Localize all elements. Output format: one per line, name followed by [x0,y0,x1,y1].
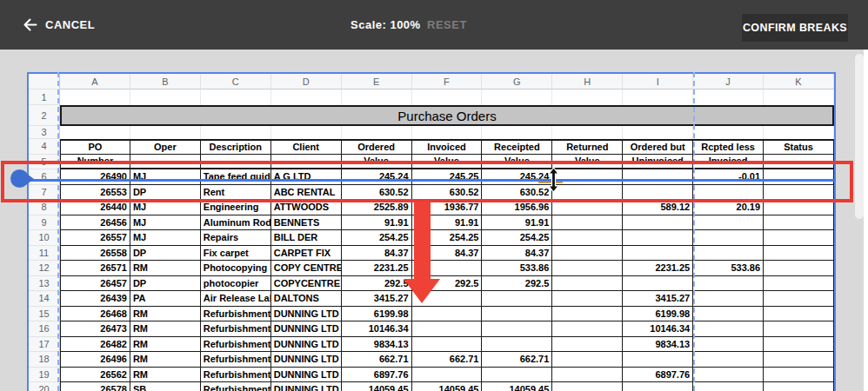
cell-K14 [764,291,834,307]
cell-C8: Engineering [201,200,271,215]
row-number: 17 [29,337,60,353]
column-header-B: B [130,74,201,89]
cell-B14: PA [130,291,201,307]
cell-D15: DUNNING LTD [271,307,342,322]
row-number: 2 [29,105,60,126]
sheet-row: 3 [29,126,834,139]
cell-B10: MJ [130,230,201,246]
column-header-I: I [623,74,693,89]
corner-cell [29,74,60,89]
cell-C11: Fix carpet [201,246,271,262]
cell-K19 [764,368,834,383]
cell-J10 [693,230,764,246]
cell-F20: 14059.45 [412,382,483,391]
cell-I11 [623,246,693,262]
cell-F19 [412,368,483,383]
cell-F17 [412,337,483,353]
row-number: 9 [29,215,60,231]
cell-G13: 292.5 [482,276,552,292]
cell-I14: 3415.27 [623,291,693,307]
cell-E17: 9834.13 [342,337,412,353]
reset-button[interactable]: RESET [427,0,467,50]
cell-I10 [623,230,693,246]
cell-K20 [764,382,834,391]
column-header-G: G [482,74,552,89]
cell-H1 [552,89,623,105]
cell-A14: 26439 [60,291,130,307]
cell-C13: photocopier [201,276,271,292]
cell-K3 [764,126,834,139]
column-header-A: A [60,74,130,89]
cell-G17 [482,337,552,353]
cell-F4: Invoiced [412,139,483,155]
cell-J4: Rcpted less [693,139,764,155]
cell-J14 [693,291,764,307]
cell-E15: 6199.98 [342,307,412,322]
cell-I20 [623,382,693,391]
cell-A4: PO [60,139,130,155]
cell-B15: RM [130,307,201,322]
cell-C14: Air Release Lab [201,291,271,307]
cell-H11 [552,246,623,262]
annotation-highlight-rectangle [1,161,853,202]
cell-J19 [693,368,764,383]
cell-A11: 26558 [60,246,130,262]
horizontal-page-break-line[interactable] [27,179,836,182]
cell-I16: 10146.34 [623,321,693,337]
cell-B4: Oper [130,139,201,155]
cell-K15 [764,307,834,322]
cell-J13 [693,276,764,292]
cell-G15 [482,307,552,322]
cell-F16 [412,321,483,337]
cell-H17 [552,337,623,353]
cell-H15 [552,307,623,322]
cell-C20: Refurbishment [201,382,271,391]
sheet-row: 1 [29,89,834,105]
cell-H9 [552,215,623,231]
cell-B13: DP [130,276,201,292]
column-header-K: K [764,74,834,89]
sheet-row: 2Purchase Orders [29,105,834,126]
cell-I18 [623,352,693,368]
cell-E8: 2525.89 [342,200,412,215]
cell-D16: DUNNING LTD [271,321,342,337]
cell-F3 [412,126,483,139]
cancel-label[interactable]: CANCEL [45,0,95,50]
sheet-row: ABCDEFGHIJK [29,74,834,89]
cell-H12 [552,261,623,276]
sheet-row: 1926562RMRefurbishmentDUNNING LTD6897.76… [29,368,834,383]
cell-F1 [412,89,483,105]
cell-G8: 1956.96 [482,200,552,215]
row-number: 19 [29,368,60,383]
cell-A15: 26468 [60,307,130,322]
annotation-arrow-shaft [414,202,431,280]
cell-E4: Ordered [342,139,412,155]
row-number: 18 [29,352,60,368]
confirm-breaks-button[interactable]: CONFIRM BREAKS [742,14,848,42]
cell-J12: 533.86 [693,261,764,276]
row-number: 1 [29,89,60,105]
cell-H19 [552,368,623,383]
sheet-row: 826440MJEngineeringATTWOODS2525.891936.7… [29,200,834,215]
column-header-F: F [412,74,483,89]
annotation-arrow-head [404,279,440,303]
cell-E16: 10146.34 [342,321,412,337]
cell-C15: Refurbishment [201,307,271,322]
cell-D10: BILL DER [271,230,342,246]
vertical-page-break-dashed-left[interactable] [57,72,59,391]
vertical-scrollbar-thumb[interactable] [855,54,864,219]
cell-H13 [552,276,623,292]
cell-D20: DUNNING LTD [271,382,342,391]
cell-J9 [693,215,764,231]
cell-I15: 6199.98 [623,307,693,322]
cell-title: Purchase Orders [60,105,834,126]
cell-G14 [482,291,552,307]
cell-E1 [342,89,412,105]
page-break-drag-handle[interactable] [10,169,29,188]
cell-H20 [552,382,623,391]
vertical-page-break-dashed-right[interactable] [693,72,695,391]
cell-G10: 254.25 [482,230,552,246]
cell-D17: DUNNING LTD [271,337,342,353]
cell-A3 [60,126,130,139]
column-header-H: H [552,74,623,89]
